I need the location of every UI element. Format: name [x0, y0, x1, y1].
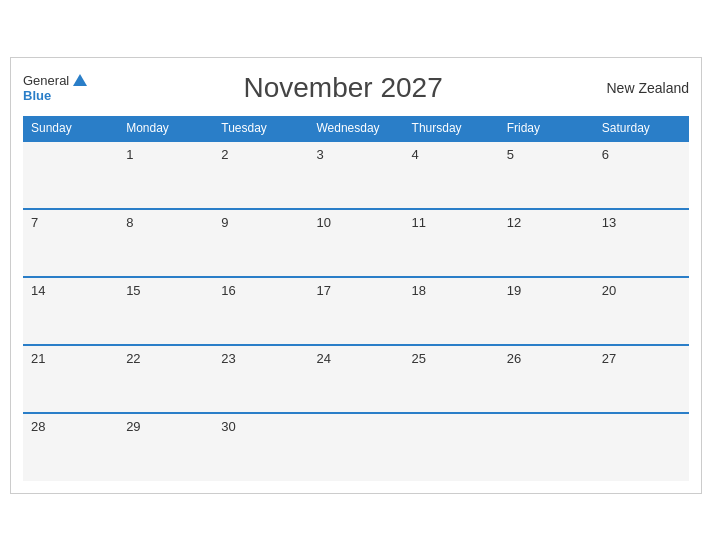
- day-number: 4: [412, 147, 491, 162]
- calendar-cell: 9: [213, 209, 308, 277]
- day-header-tuesday: Tuesday: [213, 116, 308, 141]
- calendar-cell: [499, 413, 594, 481]
- day-number: 17: [316, 283, 395, 298]
- day-header-saturday: Saturday: [594, 116, 689, 141]
- calendar-cell: 13: [594, 209, 689, 277]
- day-number: 15: [126, 283, 205, 298]
- day-number: 1: [126, 147, 205, 162]
- calendar-cell: 5: [499, 141, 594, 209]
- days-header-row: SundayMondayTuesdayWednesdayThursdayFrid…: [23, 116, 689, 141]
- calendar-cell: 6: [594, 141, 689, 209]
- calendar-container: General Blue November 2027 New Zealand S…: [10, 57, 702, 494]
- logo-area: General Blue: [23, 73, 87, 103]
- week-row-3: 21222324252627: [23, 345, 689, 413]
- day-number: 21: [31, 351, 110, 366]
- day-header-thursday: Thursday: [404, 116, 499, 141]
- calendar-cell: 22: [118, 345, 213, 413]
- day-number: 10: [316, 215, 395, 230]
- calendar-header: General Blue November 2027 New Zealand: [23, 68, 689, 108]
- week-row-2: 14151617181920: [23, 277, 689, 345]
- day-header-monday: Monday: [118, 116, 213, 141]
- calendar-cell: [404, 413, 499, 481]
- day-number: 19: [507, 283, 586, 298]
- week-row-1: 78910111213: [23, 209, 689, 277]
- day-number: 27: [602, 351, 681, 366]
- calendar-cell: 10: [308, 209, 403, 277]
- calendar-cell: 11: [404, 209, 499, 277]
- day-number: 9: [221, 215, 300, 230]
- day-number: 23: [221, 351, 300, 366]
- day-header-wednesday: Wednesday: [308, 116, 403, 141]
- calendar-cell: 24: [308, 345, 403, 413]
- calendar-cell: [594, 413, 689, 481]
- calendar-cell: 1: [118, 141, 213, 209]
- calendar-cell: [23, 141, 118, 209]
- calendar-cell: 19: [499, 277, 594, 345]
- calendar-cell: 29: [118, 413, 213, 481]
- calendar-cell: 27: [594, 345, 689, 413]
- calendar-cell: 30: [213, 413, 308, 481]
- calendar-cell: 8: [118, 209, 213, 277]
- calendar-cell: 23: [213, 345, 308, 413]
- calendar-cell: 4: [404, 141, 499, 209]
- week-row-4: 282930: [23, 413, 689, 481]
- calendar-cell: 7: [23, 209, 118, 277]
- calendar-cell: 12: [499, 209, 594, 277]
- day-number: 12: [507, 215, 586, 230]
- logo-triangle-icon: [73, 74, 87, 86]
- day-number: 24: [316, 351, 395, 366]
- day-number: 20: [602, 283, 681, 298]
- calendar-cell: 20: [594, 277, 689, 345]
- calendar-cell: 21: [23, 345, 118, 413]
- calendar-cell: 16: [213, 277, 308, 345]
- calendar-cell: 26: [499, 345, 594, 413]
- day-number: 16: [221, 283, 300, 298]
- day-header-friday: Friday: [499, 116, 594, 141]
- day-header-sunday: Sunday: [23, 116, 118, 141]
- day-number: 25: [412, 351, 491, 366]
- calendar-cell: 17: [308, 277, 403, 345]
- day-number: 22: [126, 351, 205, 366]
- day-number: 2: [221, 147, 300, 162]
- country-label: New Zealand: [599, 80, 689, 96]
- logo-blue-text: Blue: [23, 88, 51, 103]
- day-number: 18: [412, 283, 491, 298]
- day-number: 29: [126, 419, 205, 434]
- day-number: 30: [221, 419, 300, 434]
- calendar-grid: SundayMondayTuesdayWednesdayThursdayFrid…: [23, 116, 689, 481]
- logo-general-text: General: [23, 73, 69, 88]
- calendar-cell: 25: [404, 345, 499, 413]
- month-title: November 2027: [87, 72, 599, 104]
- calendar-cell: 15: [118, 277, 213, 345]
- day-number: 11: [412, 215, 491, 230]
- day-number: 3: [316, 147, 395, 162]
- calendar-cell: 2: [213, 141, 308, 209]
- calendar-cell: 28: [23, 413, 118, 481]
- day-number: 6: [602, 147, 681, 162]
- day-number: 5: [507, 147, 586, 162]
- calendar-cell: 3: [308, 141, 403, 209]
- day-number: 13: [602, 215, 681, 230]
- day-number: 28: [31, 419, 110, 434]
- day-number: 8: [126, 215, 205, 230]
- calendar-cell: 14: [23, 277, 118, 345]
- calendar-cell: 18: [404, 277, 499, 345]
- day-number: 14: [31, 283, 110, 298]
- day-number: 7: [31, 215, 110, 230]
- week-row-0: 123456: [23, 141, 689, 209]
- calendar-cell: [308, 413, 403, 481]
- day-number: 26: [507, 351, 586, 366]
